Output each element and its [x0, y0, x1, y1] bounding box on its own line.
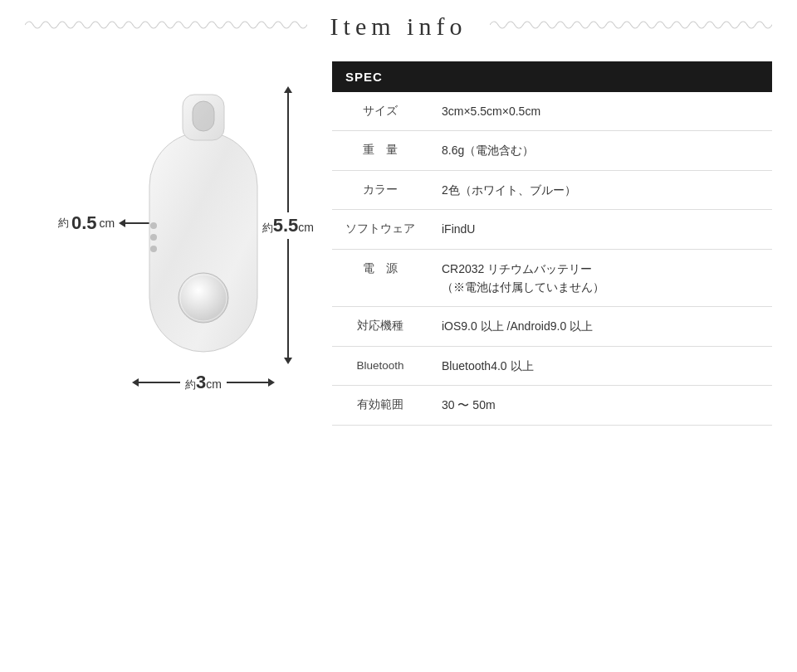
width-prefix: 約	[185, 377, 196, 392]
table-row: カラー 2色（ホワイト、ブルー）	[332, 170, 772, 209]
height-num: 5.5	[273, 215, 299, 236]
spec-value: 30 〜 50m	[428, 386, 772, 425]
spec-table: SPEC サイズ 3cm×5.5cm×0.5cm 重 量 8.6g（電池含む） …	[332, 61, 772, 426]
table-row: サイズ 3cm×5.5cm×0.5cm	[332, 92, 772, 131]
svg-point-4	[150, 234, 157, 241]
height-arrow-tip-down	[284, 358, 292, 364]
width-annotation: 約 3 cm	[75, 372, 332, 393]
width-num: 3	[196, 372, 206, 393]
width-arrow-left	[132, 378, 139, 387]
width-label: 約 3 cm	[180, 372, 227, 393]
product-device	[137, 86, 270, 360]
table-row: 対応機種 iOS9.0 以上 /Android9.0 以上	[332, 307, 772, 346]
spec-label: 重 量	[332, 131, 428, 170]
spec-label: Bluetooth	[332, 346, 428, 385]
table-row: 重 量 8.6g（電池含む）	[332, 131, 772, 170]
spec-label: カラー	[332, 170, 428, 209]
height-unit: cm	[298, 221, 314, 234]
height-arrow-line-bottom	[287, 239, 289, 358]
spec-value: Bluetooth4.0 以上	[428, 346, 772, 385]
width-arrow-right	[268, 378, 275, 387]
height-label: 約 5.5 cm	[262, 215, 314, 236]
table-row: ソフトウェア iFindU	[332, 210, 772, 249]
deco-right	[490, 17, 772, 33]
height-prefix: 約	[262, 221, 273, 236]
product-image-area: 約 5.5 cm	[42, 61, 332, 368]
width-unit: cm	[206, 377, 222, 391]
height-arrow-line-top	[287, 93, 289, 212]
page-header: Item info	[0, 0, 797, 45]
table-row: 有効範囲 30 〜 50m	[332, 386, 772, 425]
height-arrow-container: 約 5.5 cm	[262, 86, 314, 364]
spec-value: iOS9.0 以上 /Android9.0 以上	[428, 307, 772, 346]
spec-value: 8.6g（電池含む）	[428, 131, 772, 170]
spec-label: ソフトウェア	[332, 210, 428, 249]
svg-point-5	[150, 246, 157, 252]
svg-rect-2	[193, 101, 214, 131]
table-row: Bluetooth Bluetooth4.0 以上	[332, 346, 772, 385]
main-layout: 約 0.5 cm	[0, 45, 797, 434]
spec-value: 2色（ホワイト、ブルー）	[428, 170, 772, 209]
spec-value: iFindU	[428, 210, 772, 249]
spec-column: SPEC サイズ 3cm×5.5cm×0.5cm 重 量 8.6g（電池含む） …	[332, 61, 772, 426]
width-line-right	[227, 382, 268, 383]
spec-label: サイズ	[332, 92, 428, 131]
spec-label: 有効範囲	[332, 386, 428, 425]
spec-header: SPEC	[332, 61, 772, 92]
spec-value: CR2032 リチウムバッテリー（※電池は付属していません）	[428, 249, 772, 307]
deco-left	[25, 17, 307, 33]
spec-value: 3cm×5.5cm×0.5cm	[428, 92, 772, 131]
table-row: 電 源 CR2032 リチウムバッテリー（※電池は付属していません）	[332, 249, 772, 307]
height-arrow-tip-up	[284, 86, 292, 93]
svg-point-3	[150, 222, 157, 229]
page-title: Item info	[315, 12, 482, 41]
spec-label: 電 源	[332, 249, 428, 307]
width-line-left	[139, 382, 180, 383]
product-column: 約 0.5 cm	[42, 61, 332, 426]
svg-point-6	[178, 273, 228, 323]
spec-label: 対応機種	[332, 307, 428, 346]
